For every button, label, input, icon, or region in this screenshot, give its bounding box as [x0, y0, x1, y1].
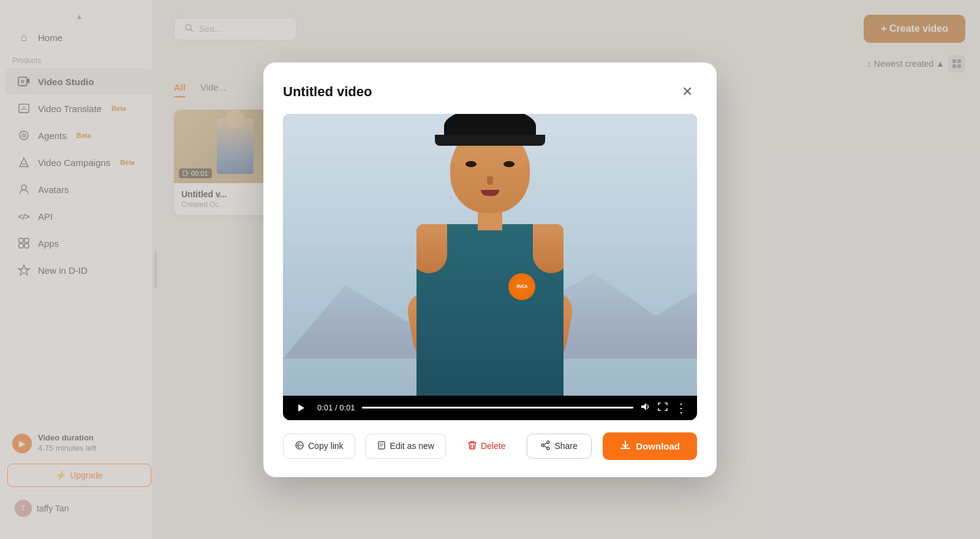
svg-marker-20: [641, 403, 646, 410]
video-controls: 0:01 / 0:01 ⋮: [283, 396, 697, 420]
play-pause-button[interactable]: [293, 403, 310, 413]
svg-marker-19: [298, 404, 304, 412]
progress-bar[interactable]: [362, 407, 633, 409]
download-icon: [620, 440, 631, 453]
video-time: 0:01 / 0:01: [317, 403, 355, 412]
modal-header: Untitled video ✕: [283, 82, 697, 102]
video-preview-area: RVCA: [283, 114, 697, 396]
fullscreen-button[interactable]: [658, 402, 668, 414]
video-modal: Untitled video ✕: [263, 62, 717, 477]
edit-as-new-button[interactable]: Edit as new: [365, 434, 446, 459]
edit-as-new-label: Edit as new: [390, 441, 434, 451]
modal-title: Untitled video: [283, 84, 372, 100]
svg-line-29: [544, 443, 547, 445]
modal-overlay[interactable]: Untitled video ✕: [0, 0, 980, 539]
trash-icon: [467, 440, 477, 452]
svg-line-30: [544, 446, 547, 448]
volume-button[interactable]: [641, 402, 650, 414]
modal-actions: Copy link Edit as new: [283, 432, 697, 460]
video-player: RVCA: [283, 114, 697, 420]
download-label: Download: [636, 441, 680, 451]
share-button[interactable]: Share: [527, 434, 591, 459]
modal-close-button[interactable]: ✕: [677, 82, 697, 102]
svg-point-27: [547, 447, 549, 450]
edit-icon: [377, 440, 386, 452]
share-label: Share: [554, 441, 577, 451]
svg-point-28: [541, 444, 544, 447]
progress-fill: [362, 407, 633, 409]
svg-point-26: [547, 441, 549, 443]
copy-link-label: Copy link: [308, 441, 344, 451]
more-options-button[interactable]: ⋮: [675, 401, 687, 415]
delete-button[interactable]: Delete: [456, 434, 517, 459]
delete-label: Delete: [481, 441, 505, 451]
copy-link-button[interactable]: Copy link: [283, 434, 355, 459]
copy-link-icon: [295, 440, 304, 452]
download-button[interactable]: Download: [603, 432, 697, 460]
share-icon: [541, 440, 551, 452]
close-icon: ✕: [682, 84, 693, 100]
svg-rect-23: [379, 442, 385, 449]
rvca-badge: RVCA: [508, 273, 535, 300]
